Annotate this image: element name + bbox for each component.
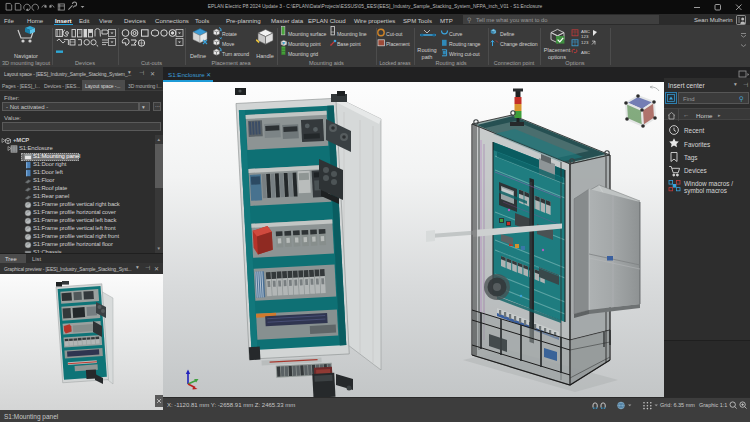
svg-text:ABC: ABC [581,50,590,55]
svg-text:123: 123 [581,40,589,45]
svg-text:123: 123 [581,34,589,39]
